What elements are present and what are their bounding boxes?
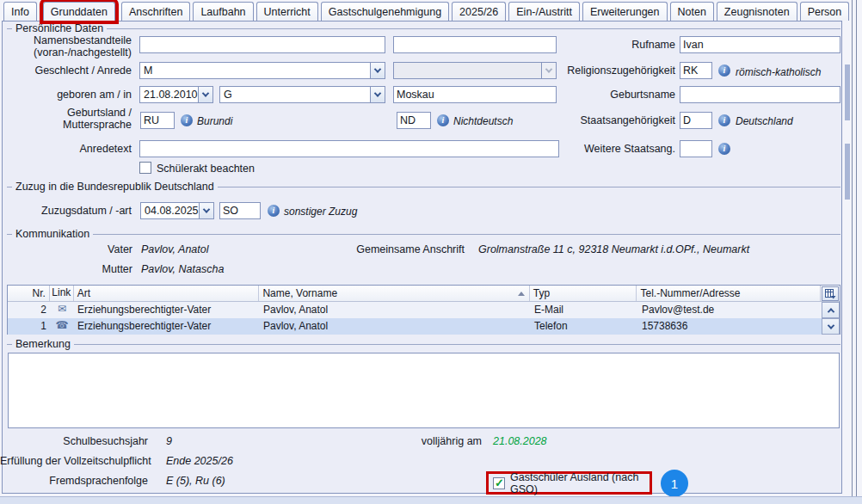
- info-icon[interactable]: [718, 114, 730, 126]
- weitere-staatsang-input[interactable]: [680, 140, 712, 157]
- tab-zeugnisnoten[interactable]: Zeugnisnoten: [717, 2, 797, 21]
- group-kommunikation: Kommunikation: [7, 234, 840, 235]
- dropdown-arrow-icon[interactable]: [370, 87, 385, 102]
- namensbestandteile-vorangestellt-input[interactable]: [139, 36, 385, 53]
- fremdsprachenfolge-label: Fremdsprachenfolge: [0, 475, 148, 487]
- column-header-name[interactable]: Name, Vorname: [259, 286, 529, 301]
- cell-adresse: 15738636: [638, 318, 822, 335]
- table-row[interactable]: 2 ✉ Erziehungsberechtigter-Vater Pavlov,…: [8, 302, 840, 318]
- column-header-link[interactable]: Link: [50, 286, 74, 301]
- religion-hint: römisch-katholisch: [736, 66, 821, 78]
- tab-person[interactable]: Person: [800, 2, 850, 21]
- tab-unterricht[interactable]: Unterricht: [256, 2, 318, 21]
- table-row-selected[interactable]: 1 ☎ Erziehungsberechtigter-Vater Pavlov,…: [8, 318, 840, 335]
- staatsangehoerigkeit-input[interactable]: [680, 112, 712, 129]
- volljaehrig-label: volljährig am: [344, 435, 482, 447]
- scroll-down-button[interactable]: [822, 318, 840, 335]
- tab-gastschulgenehmigung[interactable]: Gastschulgenehmigung: [321, 2, 449, 21]
- geboren-label: geboren am / in: [0, 89, 132, 101]
- zuzugsart-hint: sonstiger Zuzug: [284, 206, 357, 218]
- geburtsland-hint: Burundi: [197, 115, 232, 127]
- staatsangehoerigkeit-hint: Deutschland: [736, 115, 793, 127]
- cell-typ: Telefon: [531, 318, 638, 335]
- geburtsland-input[interactable]: [140, 112, 175, 129]
- dropdown-arrow-icon[interactable]: [198, 87, 212, 102]
- cell-typ: E-Mail: [531, 302, 638, 318]
- table-header-row: Nr. Link Art Name, Vorname Typ Tel.-Numm…: [8, 286, 840, 302]
- anredetext-input[interactable]: [139, 140, 559, 157]
- zuzugsdatum-value: 04.08.2025: [141, 205, 199, 217]
- geburtsdatum-select[interactable]: 21.08.2010: [139, 86, 213, 103]
- column-header-name-label: Name, Vorname: [262, 287, 337, 299]
- zuzugsdatum-select[interactable]: 04.08.2025: [140, 202, 214, 219]
- namensbestandteile-nachgestellt-input[interactable]: [393, 36, 557, 53]
- email-icon: ✉: [50, 302, 74, 318]
- tab-schuljahr[interactable]: 2025/26: [452, 2, 506, 21]
- cell-art: Erziehungsberechtigter-Vater: [74, 318, 260, 335]
- info-icon[interactable]: [268, 205, 280, 217]
- muttersprache-input[interactable]: [397, 112, 431, 129]
- geschlecht-select[interactable]: M: [139, 62, 385, 79]
- rufname-input[interactable]: [680, 36, 840, 53]
- info-icon[interactable]: [437, 114, 449, 126]
- scroll-down-icon: [827, 322, 834, 329]
- anrede-select-disabled: [393, 62, 557, 79]
- cell-name: Pavlov, Anatol: [260, 302, 531, 318]
- weitere-staatsang-label: Weitere Staatsang.: [542, 143, 675, 155]
- annotation-badge-1: 1: [661, 470, 688, 497]
- tab-ein-austritt[interactable]: Ein-/Austritt: [508, 2, 580, 21]
- staatsangehoerigkeit-label: Staatsangehörigkeit: [542, 114, 675, 126]
- geburtsland-label-2: Muttersprache: [0, 119, 132, 131]
- info-icon[interactable]: [718, 143, 730, 155]
- grunddaten-screen: Info Grunddaten Anschriften Laufbahn Unt…: [0, 0, 862, 504]
- group-bemerkung: Bemerkung: [7, 344, 840, 345]
- geburtsdatum-value: 21.08.2010: [140, 89, 198, 101]
- column-header-art[interactable]: Art: [74, 286, 260, 301]
- info-icon[interactable]: [718, 65, 730, 77]
- dropdown-arrow-icon[interactable]: [370, 63, 385, 78]
- geschlecht-anrede-label: Geschlecht / Anrede: [0, 65, 132, 77]
- dropdown-arrow-icon[interactable]: [199, 203, 213, 218]
- vater-label: Vater: [0, 243, 132, 255]
- gemeinsame-anschrift-label: Gemeinsame Anschrift: [337, 243, 465, 255]
- column-chooser-icon: [825, 289, 836, 299]
- geburtsname-input[interactable]: [680, 86, 840, 103]
- cell-name: Pavlov, Anatol: [260, 318, 531, 335]
- vollzeitschulpflicht-label: Erfüllung der Vollzeitschulpflicht: [0, 455, 148, 467]
- column-header-typ[interactable]: Typ: [530, 286, 637, 301]
- tab-grunddaten[interactable]: Grunddaten: [43, 2, 115, 21]
- tab-bar: Info Grunddaten Anschriften Laufbahn Unt…: [3, 2, 849, 21]
- gastschueler-checkbox[interactable]: [493, 477, 505, 489]
- group-title: Kommunikation: [12, 228, 93, 240]
- zuzugsart-input[interactable]: [219, 202, 261, 219]
- namensbestandteile-label-2: (voran-/nachgestellt): [0, 46, 132, 58]
- geburtsdatum-kennung-value: G: [220, 89, 370, 101]
- schuelerakt-checkbox[interactable]: [139, 162, 151, 174]
- fremdsprachenfolge-value: E (5), Ru (6): [166, 475, 225, 487]
- info-icon[interactable]: [181, 114, 193, 126]
- cell-art: Erziehungsberechtigter-Vater: [74, 302, 260, 318]
- group-title: Bemerkung: [12, 338, 74, 350]
- religion-input[interactable]: [680, 62, 712, 79]
- geburtsdatum-kennung-select[interactable]: G: [219, 86, 385, 103]
- tab-anschriften[interactable]: Anschriften: [121, 2, 191, 21]
- tab-laufbahn[interactable]: Laufbahn: [193, 2, 253, 21]
- schulbesuchsjahr-value: 9: [166, 435, 172, 447]
- group-title: Zuzug in die Bundesrepublik Deutschland: [12, 181, 218, 193]
- group-persoenliche-daten: Persönliche Daten: [7, 28, 840, 29]
- scroll-up-icon: [827, 308, 834, 315]
- bemerkung-textarea[interactable]: [8, 353, 840, 428]
- vater-value: Pavlov, Anatol: [141, 243, 209, 255]
- anredetext-label: Anredetext: [0, 143, 132, 155]
- tab-erweiterungen[interactable]: Erweiterungen: [582, 2, 668, 21]
- tab-noten[interactable]: Noten: [670, 2, 714, 21]
- gastschueler-label: Gastschüler Ausland (nach GSO): [510, 471, 650, 495]
- tab-info[interactable]: Info: [3, 2, 37, 21]
- column-header-nr[interactable]: Nr.: [8, 286, 50, 301]
- vollzeitschulpflicht-value: Ende 2025/26: [166, 455, 233, 467]
- geburtsort-input[interactable]: [393, 86, 557, 103]
- column-chooser-button[interactable]: [822, 286, 839, 301]
- column-header-adresse[interactable]: Tel.-Nummer/Adresse: [637, 286, 821, 301]
- gemeinsame-anschrift-value: Grolmanstraße 11 c, 92318 Neumarkt i.d.O…: [478, 243, 749, 255]
- scroll-up-button[interactable]: [822, 302, 840, 318]
